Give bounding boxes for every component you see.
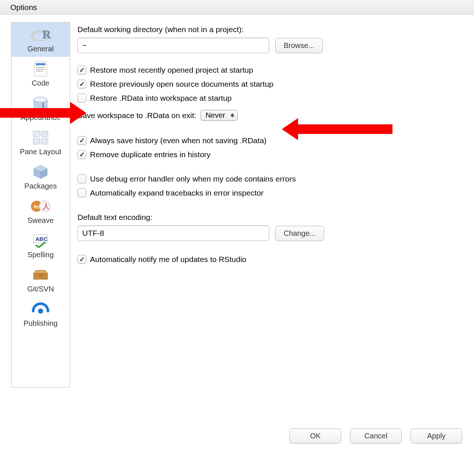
svg-point-24 <box>38 308 43 314</box>
svg-rect-12 <box>41 131 48 137</box>
browse-button[interactable]: Browse... <box>275 38 323 53</box>
checkbox-label: Always save history (even when not savin… <box>90 136 267 145</box>
checkbox-icon <box>77 94 86 103</box>
svg-rect-11 <box>33 131 40 137</box>
checkbox-expand-traceback[interactable]: Automatically expand tracebacks in error… <box>77 189 464 197</box>
workingdir-input[interactable] <box>77 38 269 53</box>
checkbox-restore-project[interactable]: Restore most recently opened project at … <box>77 66 464 75</box>
sidebar-item-label: Git/SVN <box>13 285 68 293</box>
encoding-input[interactable] <box>77 225 269 241</box>
checkbox-restore-rdata[interactable]: Restore .RData into workspace at startup <box>77 94 464 103</box>
checkbox-icon <box>77 189 86 197</box>
pane-layout-icon <box>13 128 68 147</box>
checkbox-restore-source[interactable]: Restore previously open source documents… <box>77 80 464 89</box>
svg-text:人: 人 <box>42 202 50 210</box>
checkbox-icon <box>77 150 86 159</box>
checkbox-label: Restore most recently opened project at … <box>90 66 253 75</box>
encoding-label: Default text encoding: <box>77 213 464 222</box>
select-value: Never <box>205 111 225 120</box>
svg-text:ABC: ABC <box>35 236 48 242</box>
sidebar-item-label: Packages <box>13 182 68 190</box>
checkbox-icon <box>77 175 86 183</box>
checkbox-label: Remove duplicate entries in history <box>90 150 211 159</box>
checkbox-debug-handler[interactable]: Use debug error handler only when my cod… <box>77 175 464 183</box>
gitsvn-icon <box>13 266 68 284</box>
cancel-button[interactable]: Cancel <box>350 428 402 444</box>
svg-rect-14 <box>41 138 48 144</box>
checkbox-icon <box>77 66 86 75</box>
save-workspace-row: Save workspace to .RData on exit: Never <box>77 110 464 121</box>
sidebar-item-label: Publishing <box>13 319 68 328</box>
checkbox-label: Restore .RData into workspace at startup <box>90 94 232 103</box>
sidebar: R General Code <box>11 22 70 387</box>
main-panel: Default working directory (when not in a… <box>77 22 464 469</box>
checkbox-label: Use debug error handler only when my cod… <box>90 175 296 183</box>
checkbox-remove-dup-history[interactable]: Remove duplicate entries in history <box>77 150 464 159</box>
sidebar-item-code[interactable]: Code <box>11 57 70 91</box>
sidebar-item-label: Pane Layout <box>13 148 68 156</box>
save-workspace-select[interactable]: Never <box>201 110 237 121</box>
sidebar-item-spelling[interactable]: ABC Spelling <box>11 228 70 263</box>
svg-text:R: R <box>42 28 51 41</box>
checkbox-icon <box>77 80 86 89</box>
code-doc-icon <box>13 60 68 78</box>
checkbox-label: Automatically notify me of updates to RS… <box>90 255 246 264</box>
r-logo-icon: R <box>13 25 68 44</box>
checkbox-save-history[interactable]: Always save history (even when not savin… <box>77 136 464 145</box>
spelling-icon: ABC <box>13 231 68 250</box>
sidebar-item-packages[interactable]: Packages <box>11 160 70 194</box>
sidebar-item-gitsvn[interactable]: Git/SVN <box>11 263 70 297</box>
checkbox-label: Restore previously open source documents… <box>90 80 273 89</box>
sidebar-item-publishing[interactable]: Publishing <box>11 297 70 331</box>
appearance-icon <box>13 94 68 113</box>
ok-button[interactable]: OK <box>290 428 341 444</box>
checkbox-label: Automatically expand tracebacks in error… <box>90 189 263 197</box>
workingdir-label: Default working directory (when not in a… <box>77 25 464 34</box>
sidebar-item-label: Appearance <box>13 113 68 122</box>
sidebar-item-sweave[interactable]: Rnv 人 Sweave <box>11 194 70 228</box>
svg-rect-13 <box>33 138 40 144</box>
dialog-footer-buttons: OK Cancel Apply <box>290 428 462 444</box>
window-title: Options <box>10 3 37 12</box>
sidebar-item-label: General <box>13 45 68 53</box>
checkbox-icon <box>77 255 86 264</box>
save-workspace-label: Save workspace to .RData on exit: <box>77 111 196 120</box>
checkbox-notify-updates[interactable]: Automatically notify me of updates to RS… <box>77 255 464 264</box>
sweave-icon: Rnv 人 <box>13 197 68 215</box>
sidebar-item-pane-layout[interactable]: Pane Layout <box>11 125 70 160</box>
options-dialog: R General Code <box>0 15 474 476</box>
sidebar-item-appearance[interactable]: Appearance <box>11 91 70 125</box>
packages-icon <box>13 163 68 181</box>
sidebar-item-general[interactable]: R General <box>11 23 70 57</box>
window-titlebar: Options <box>0 0 474 15</box>
change-button[interactable]: Change... <box>275 226 324 241</box>
apply-button[interactable]: Apply <box>411 428 462 444</box>
svg-rect-4 <box>36 63 45 65</box>
sidebar-item-label: Sweave <box>13 216 68 225</box>
sidebar-item-label: Spelling <box>13 251 68 259</box>
checkbox-icon <box>77 136 86 145</box>
publishing-icon <box>13 300 68 318</box>
chevron-updown-icon <box>231 113 234 117</box>
svg-point-9 <box>34 97 47 102</box>
sidebar-item-label: Code <box>13 79 68 87</box>
